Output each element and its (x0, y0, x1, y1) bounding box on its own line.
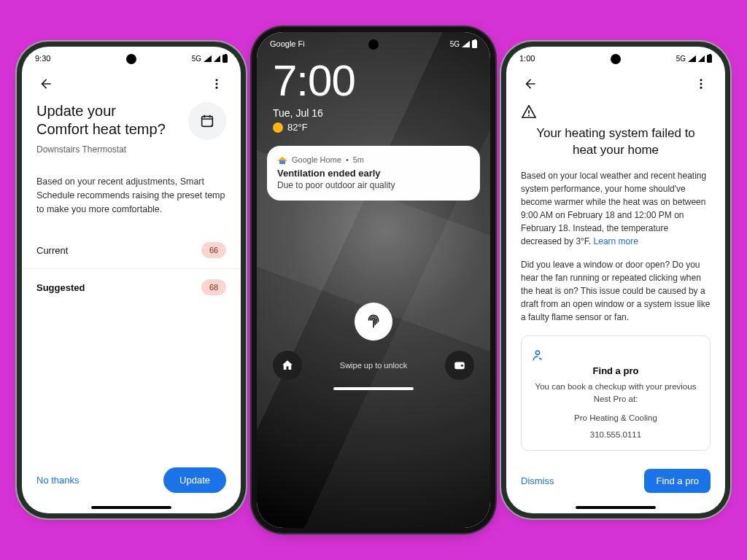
arrow-left-icon (39, 77, 53, 91)
pro-phone: 310.555.0111 (530, 429, 701, 441)
row-current: Current 66 (22, 232, 241, 268)
svg-rect-5 (461, 365, 464, 366)
overflow-button[interactable] (204, 71, 229, 96)
card-heading: Find a pro (530, 365, 701, 376)
dismiss-button[interactable]: Dismiss (521, 475, 554, 486)
page-subtitle: Downstairs Thermostat (22, 140, 241, 155)
notification-age: 5m (353, 155, 364, 164)
find-a-pro-card: Find a pro You can book a checkup with y… (521, 335, 711, 451)
wallet-icon (453, 359, 466, 372)
gesture-bar[interactable] (333, 387, 414, 390)
update-button[interactable]: Update (163, 467, 226, 493)
row-label: Suggested (36, 282, 85, 293)
para-1: Based on your local weather and recent h… (521, 169, 711, 248)
signal-icon (462, 41, 470, 47)
swipe-hint: Swipe up to unlock (340, 361, 407, 370)
row-suggested: Suggested 68 (22, 268, 241, 306)
arrow-left-icon (523, 77, 538, 91)
svg-rect-3 (202, 117, 213, 127)
home-shortcut-button[interactable] (273, 351, 302, 380)
sun-icon (273, 122, 283, 133)
home-icon (281, 359, 294, 372)
phone-heating-alert: 1:00 5G Your heating system failed to he… (506, 47, 725, 513)
card-body: You can book a checkup with your previou… (530, 381, 701, 405)
page-title: Update your Comfort heat temp? (36, 102, 182, 139)
more-vert-icon (210, 77, 223, 90)
notification-title: Ventilation ended early (277, 168, 470, 179)
phone-comfort-temp: 9:30 5G Update your Comfort heat temp? D… (22, 47, 241, 513)
pro-name: Pro Heating & Cooling (530, 412, 701, 424)
body-text: Based on your recent adjustments, Smart … (22, 155, 241, 216)
status-right: 5G (676, 55, 712, 63)
camera-hole (611, 54, 621, 64)
svg-point-6 (700, 79, 703, 81)
back-button[interactable] (34, 71, 58, 96)
signal-icon (214, 55, 220, 62)
svg-point-2 (216, 87, 218, 89)
no-thanks-button[interactable]: No thanks (36, 475, 80, 486)
notification-card[interactable]: Google Home • 5m Ventilation ended early… (267, 146, 480, 201)
signal-icon (204, 55, 212, 62)
find-a-pro-button[interactable]: Find a pro (644, 469, 711, 493)
para-1-text: Based on your local weather and recent h… (521, 171, 706, 246)
svg-point-11 (535, 351, 539, 354)
lock-clock: 7:00 (257, 52, 490, 106)
svg-rect-9 (528, 110, 530, 114)
more-vert-icon (694, 77, 708, 90)
battery-icon (222, 55, 228, 63)
overflow-button[interactable] (689, 71, 713, 96)
page-title: Your heating system failed to heat your … (521, 125, 711, 159)
battery-icon (472, 40, 477, 48)
status-carrier: Google Fi (270, 39, 305, 48)
notification-body: Due to poor outdoor air quality (277, 180, 470, 190)
wallet-shortcut-button[interactable] (445, 351, 474, 380)
status-network: 5G (450, 40, 460, 48)
status-time: 9:30 (35, 54, 50, 63)
weather-temp: 82°F (287, 122, 308, 133)
temp-chip-suggested: 68 (201, 279, 226, 295)
dot-sep: • (346, 155, 349, 164)
signal-icon (688, 55, 696, 62)
status-network: 5G (676, 55, 686, 63)
svg-rect-10 (528, 115, 530, 117)
google-home-icon (277, 155, 287, 165)
fingerprint-icon (364, 312, 383, 331)
camera-hole (126, 54, 136, 64)
notification-header: Google Home • 5m (277, 155, 470, 165)
fingerprint-button[interactable] (355, 303, 392, 341)
signal-icon (698, 55, 705, 62)
calendar-sparkle-icon (199, 113, 215, 129)
gesture-bar[interactable] (91, 506, 171, 509)
status-right: 5G (450, 40, 477, 48)
gesture-bar[interactable] (576, 506, 656, 509)
temp-rows: Current 66 Suggested 68 (22, 232, 241, 306)
svg-point-1 (216, 83, 218, 85)
svg-point-7 (700, 83, 703, 85)
status-time: 1:00 (519, 54, 535, 63)
notification-app: Google Home (292, 155, 341, 164)
schedule-icon-circle[interactable] (188, 102, 226, 140)
lock-weather: 82°F (257, 119, 490, 133)
learn-more-link[interactable]: Learn more (594, 236, 638, 246)
row-label: Current (36, 245, 68, 256)
status-right: 5G (192, 55, 228, 63)
pro-icon (530, 348, 701, 362)
temp-chip-current: 66 (201, 242, 226, 258)
camera-hole (368, 39, 379, 50)
lock-date: Tue, Jul 16 (257, 106, 490, 119)
battery-icon (707, 55, 712, 63)
para-2: Did you leave a window or door open? Do … (521, 258, 711, 324)
phone-lockscreen: Google Fi 5G 7:00 Tue, Jul 16 82°F Googl… (257, 32, 490, 528)
svg-point-0 (216, 79, 218, 81)
back-button[interactable] (518, 71, 543, 96)
warning-icon (521, 104, 711, 120)
status-network: 5G (192, 55, 201, 63)
svg-point-8 (700, 87, 703, 89)
